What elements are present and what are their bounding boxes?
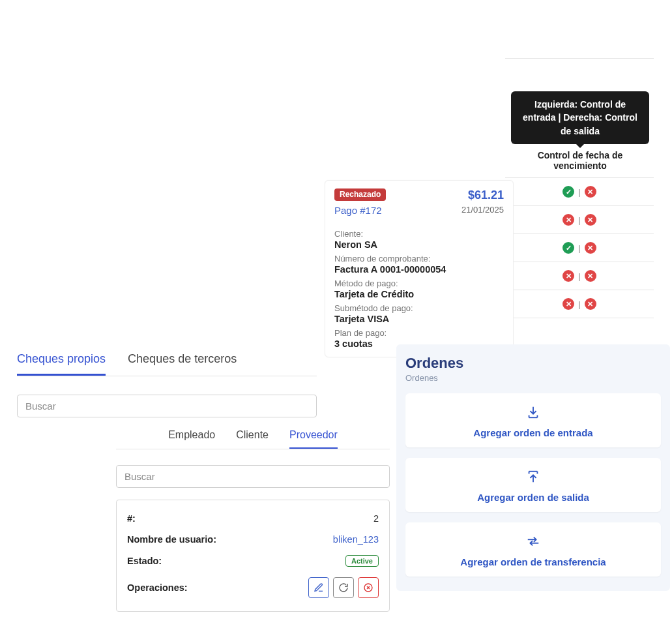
check-icon: ✓ — [562, 242, 574, 254]
method-value: Tarjeta de Crédito — [334, 289, 504, 299]
expiry-row: ✓ | ✕ — [505, 177, 654, 206]
submethod-value: Tarjeta VISA — [334, 314, 504, 324]
download-icon — [526, 405, 540, 419]
add-order-transfer-button[interactable]: Agregar orden de transferencia — [405, 522, 661, 577]
cross-icon: ✕ — [585, 214, 596, 226]
receipt-label: Número de comprobante: — [334, 254, 504, 263]
cross-icon: ✕ — [585, 270, 596, 282]
payment-card: Rechazado Pago #172 $61.21 21/01/2025 Cl… — [325, 180, 514, 357]
separator: | — [578, 215, 580, 225]
expiry-rows-container: ✓ | ✕ ✕ | ✕ ✓ | ✕ ✕ | ✕ ✕ | ✕ — [505, 177, 654, 318]
expiry-tooltip: Izquierda: Control de entrada | Derecha:… — [511, 91, 649, 144]
separator: | — [578, 271, 580, 281]
refresh-button[interactable] — [333, 577, 354, 598]
order-out-label: Agregar orden de salida — [412, 492, 654, 503]
cross-icon: ✕ — [562, 298, 574, 310]
order-transfer-label: Agregar orden de transferencia — [412, 556, 654, 567]
cheques-tabs: Cheques propios Cheques de terceros — [17, 352, 317, 376]
orders-title: Ordenes — [405, 355, 661, 372]
expiry-row: ✓ | ✕ — [505, 234, 654, 262]
username-value[interactable]: bliken_123 — [333, 534, 379, 545]
plan-label: Plan de pago: — [334, 328, 504, 338]
order-in-label: Agregar orden de entrada — [412, 427, 654, 438]
cross-icon: ✕ — [585, 242, 596, 254]
payment-amount: $61.21 — [468, 188, 504, 202]
cross-icon: ✕ — [562, 214, 574, 226]
id-value: 2 — [373, 513, 379, 524]
payment-date: 21/01/2025 — [461, 205, 504, 215]
cheques-search-input[interactable] — [17, 395, 317, 417]
submethod-label: Submétodo de pago: — [334, 303, 504, 313]
delete-button[interactable] — [358, 577, 379, 598]
expiry-row: ✕ | ✕ — [505, 262, 654, 290]
edit-button[interactable] — [308, 577, 329, 598]
cross-icon: ✕ — [585, 298, 596, 310]
receipt-value: Factura A 0001-00000054 — [334, 264, 504, 275]
cross-icon: ✕ — [562, 270, 574, 282]
tab-cheques-terceros[interactable]: Cheques de terceros — [128, 352, 237, 376]
tab-empleado[interactable]: Empleado — [168, 429, 215, 449]
client-value: Neron SA — [334, 239, 504, 250]
state-label: Estado: — [127, 556, 162, 566]
separator: | — [578, 243, 580, 253]
id-label: #: — [127, 513, 136, 524]
add-order-in-button[interactable]: Agregar orden de entrada — [405, 393, 661, 447]
ops-label: Operaciones: — [127, 582, 188, 593]
tab-proveedor[interactable]: Proveedor — [289, 429, 338, 449]
username-label: Nombre de usuario: — [127, 534, 216, 545]
client-label: Cliente: — [334, 229, 504, 239]
upload-icon — [526, 470, 540, 484]
tab-cheques-propios[interactable]: Cheques propios — [17, 352, 106, 376]
payment-link[interactable]: Pago #172 — [334, 205, 382, 216]
transfer-icon — [526, 534, 540, 549]
expiry-row: ✕ | ✕ — [505, 290, 654, 318]
expiry-header: Control de fecha de vencimiento — [521, 150, 639, 171]
entity-search-input[interactable] — [116, 465, 390, 488]
separator: | — [578, 187, 580, 197]
expiry-row: ✕ | ✕ — [505, 206, 654, 234]
check-icon: ✓ — [562, 186, 574, 198]
entity-detail-card: #: 2 Nombre de usuario: bliken_123 Estad… — [116, 500, 390, 612]
state-badge: Active — [345, 555, 379, 567]
entity-tabs: Empleado Cliente Proveedor — [116, 429, 390, 449]
orders-subtitle: Ordenes — [405, 373, 661, 383]
cross-icon: ✕ — [585, 186, 596, 198]
tab-cliente[interactable]: Cliente — [236, 429, 269, 449]
separator: | — [578, 299, 580, 309]
add-order-out-button[interactable]: Agregar orden de salida — [405, 458, 661, 512]
orders-panel: Ordenes Ordenes Agregar orden de entrada… — [396, 344, 670, 591]
status-badge: Rechazado — [334, 188, 386, 201]
method-label: Método de pago: — [334, 278, 504, 288]
